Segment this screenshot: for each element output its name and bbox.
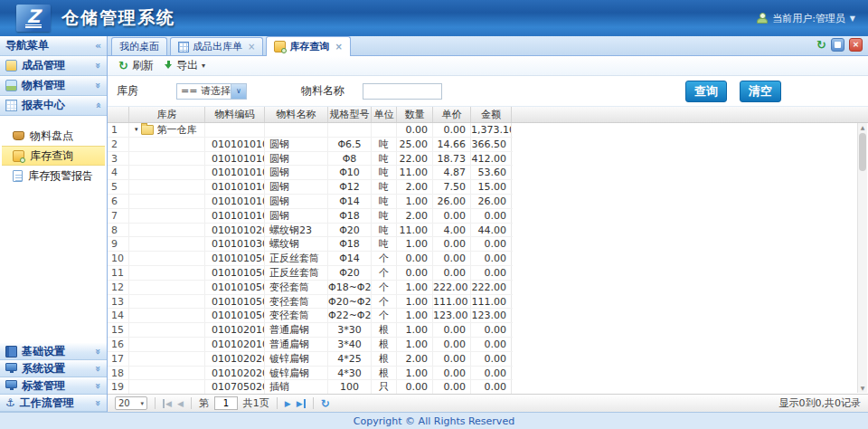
sidebar-group-basic-settings[interactable]: 基础设置 » — [0, 343, 107, 360]
scroll-down-icon[interactable]: ▼ — [858, 384, 867, 393]
table-row[interactable]: 150101020101普通扁钢3*30根1.000.000.00 — [108, 323, 513, 338]
first-page-icon[interactable]: ◀ — [163, 399, 172, 408]
table-row[interactable]: 40101010103圆钢Φ10吨11.004.8753.60 — [108, 166, 513, 180]
table-row[interactable]: 160101020102普通扁钢3*40根1.000.000.00 — [108, 338, 513, 352]
warehouse-name: 第一仓库 — [157, 123, 197, 137]
header-quantity[interactable]: 数量 — [397, 107, 433, 122]
reload-icon[interactable]: ↻ — [321, 397, 330, 410]
header-spec-model[interactable]: 规格型号 — [328, 107, 372, 122]
cell-quantity: 1.00 — [397, 338, 433, 351]
refresh-icon: ↻ — [118, 60, 128, 72]
table-row[interactable]: 12010101050301变径套筒Φ18~Φ20个1.00222.00222.… — [108, 281, 513, 295]
cell-price: 111.00 — [433, 295, 471, 309]
export-button[interactable]: 导出 ▾ — [161, 57, 209, 74]
sidebar-group-material[interactable]: 物料管理 » — [0, 76, 107, 96]
next-page-icon[interactable]: ▶ — [285, 399, 291, 408]
cell-name: 普通扁钢 — [265, 338, 328, 351]
nav-menu-header[interactable]: 导航菜单 « — [0, 36, 107, 56]
header-unit[interactable]: 单位 — [372, 107, 397, 122]
anchor-icon: ⚓ — [5, 397, 15, 409]
header-unit-price[interactable]: 单价 — [433, 107, 471, 122]
refresh-tab-icon[interactable]: ↻ — [816, 39, 826, 51]
cell-price: 18.73 — [433, 152, 471, 166]
product-icon — [5, 60, 17, 72]
table-row[interactable]: 90101010309螺纹钢Φ18吨1.000.000.00 — [108, 237, 513, 252]
cell-code: 0101020102 — [205, 338, 265, 351]
cell-name: 圆钢 — [265, 138, 328, 151]
cell-amount: 1,373.10 — [471, 123, 512, 137]
sidebar-item-inventory-query[interactable]: 库存查询 — [2, 146, 105, 166]
tab-inventory-query[interactable]: 库存查询 × — [266, 36, 350, 56]
header-material-code[interactable]: 物料编码 — [205, 107, 265, 122]
query-button[interactable]: 查询 — [685, 81, 727, 102]
cell-code: 0101010309 — [205, 237, 265, 251]
group-row[interactable]: 1▾第一仓库0.000.001,373.10 — [108, 123, 513, 138]
table-row[interactable]: 180101020202镀锌扁钢4*30根1.000.000.00 — [108, 367, 513, 381]
table-row[interactable]: 14010101050303变径套筒Φ22~Φ25个1.00123.00123.… — [108, 309, 513, 323]
sidebar-group-workflow[interactable]: ⚓ 工作流管理 » — [0, 395, 107, 412]
cell-name: 变径套筒 — [265, 309, 328, 322]
cell-name: 圆钢 — [265, 195, 328, 208]
close-icon[interactable]: × — [248, 42, 255, 52]
cell-amount: 0.00 — [471, 266, 512, 280]
page-size-select[interactable]: 20 ▾ — [115, 396, 147, 410]
cell-quantity: 1.00 — [397, 309, 433, 322]
sidebar-item-material-count[interactable]: 物料盘点 — [0, 127, 107, 145]
user-label: 当前用户:管理员 — [772, 12, 845, 25]
clear-button[interactable]: 清空 — [740, 81, 781, 102]
table-row[interactable]: 190107050201插销100只0.000.000.00 — [108, 380, 513, 394]
cell-warehouse — [129, 295, 205, 309]
cell-quantity: 2.00 — [397, 209, 433, 223]
table-row[interactable]: 80101010205螺纹钢23Φ20吨11.004.0044.00 — [108, 224, 513, 238]
page-number-input[interactable] — [214, 396, 238, 410]
close-icon[interactable]: × — [335, 42, 342, 52]
cell-unit — [372, 123, 397, 137]
sidebar-item-inventory-warning-report[interactable]: 库存预警报告 — [0, 167, 107, 185]
warehouse-select-value: == 请选择 == — [177, 84, 231, 98]
table-row[interactable]: 20101010101圆钢Φ6.5吨25.0014.66366.50 — [108, 138, 513, 152]
cell-code: 0101010104 — [205, 180, 265, 194]
prev-page-icon[interactable]: ◀ — [177, 399, 184, 408]
table-row[interactable]: 50101010104圆钢Φ12吨2.007.5015.00 — [108, 180, 513, 195]
scroll-up-icon[interactable]: ▲ — [858, 123, 867, 132]
cell-code: 0101020201 — [205, 352, 265, 366]
sidebar-group-product[interactable]: 成品管理 » — [0, 56, 107, 76]
sidebar-group-label-management[interactable]: 标签管理 » — [0, 377, 107, 395]
sidebar-group-report-center[interactable]: 报表中心 » — [0, 96, 107, 116]
cell-spec: Φ18 — [328, 209, 372, 223]
tree-expander-icon[interactable]: ▾ — [135, 123, 138, 137]
refresh-button[interactable]: ↻ 刷新 — [115, 57, 157, 74]
table-row[interactable]: 30101010102圆钢Φ8吨22.0018.73412.00 — [108, 152, 513, 167]
sidebar: 导航菜单 « 成品管理 » 物料管理 » 报表中心 » 物料盘 — [0, 36, 108, 412]
header-material-name[interactable]: 物料名称 — [265, 107, 328, 122]
cell-price: 0.00 — [433, 252, 471, 265]
header-amount[interactable]: 金额 — [471, 107, 512, 122]
grid-icon — [178, 42, 189, 52]
sidebar-group-system-settings[interactable]: 系统设置 » — [0, 360, 107, 377]
vertical-scrollbar[interactable]: ▲ ▼ — [857, 123, 867, 393]
close-panel-icon[interactable]: × — [849, 38, 863, 52]
user-menu[interactable]: 当前用户:管理员 ▼ — [757, 12, 855, 25]
table-row[interactable]: 60101010105圆钢Φ14吨1.0026.0026.00 — [108, 195, 513, 209]
collapse-left-icon[interactable]: « — [95, 40, 101, 52]
cell-rownum: 1 — [108, 123, 129, 137]
tab-product-outbound[interactable]: 成品出库单 × — [170, 37, 263, 55]
last-page-icon[interactable]: ▶ — [297, 399, 306, 408]
material-name-input[interactable] — [363, 83, 442, 100]
table-row[interactable]: 10010101050201正反丝套筒Φ14个0.000.000.00 — [108, 252, 513, 266]
table-row[interactable]: 170101020201镀锌扁钢4*25根2.000.000.00 — [108, 352, 513, 367]
scrollbar-thumb[interactable] — [859, 133, 866, 171]
cell-spec: Φ14 — [328, 252, 372, 265]
table-row[interactable]: 70101010107圆钢Φ18吨2.000.000.00 — [108, 209, 513, 224]
header-warehouse[interactable]: 库房 — [129, 107, 205, 122]
maximize-icon[interactable] — [831, 38, 844, 52]
table-row[interactable]: 13010101050302变径套筒Φ20~Φ22个1.00111.00111.… — [108, 295, 513, 310]
cell-price: 0.00 — [433, 209, 471, 223]
cell-quantity: 11.00 — [397, 224, 433, 237]
cell-code: 0101020101 — [205, 323, 265, 337]
table-row[interactable]: 11010101050204正反丝套筒Φ20个0.000.000.00 — [108, 266, 513, 281]
tab-my-desktop[interactable]: 我的桌面 — [111, 37, 167, 55]
copyright-text: Copyright © All Rights Reserved — [354, 415, 514, 427]
warehouse-select[interactable]: == 请选择 == ∨ — [176, 83, 247, 100]
cell-name: 螺纹钢23 — [265, 224, 328, 237]
